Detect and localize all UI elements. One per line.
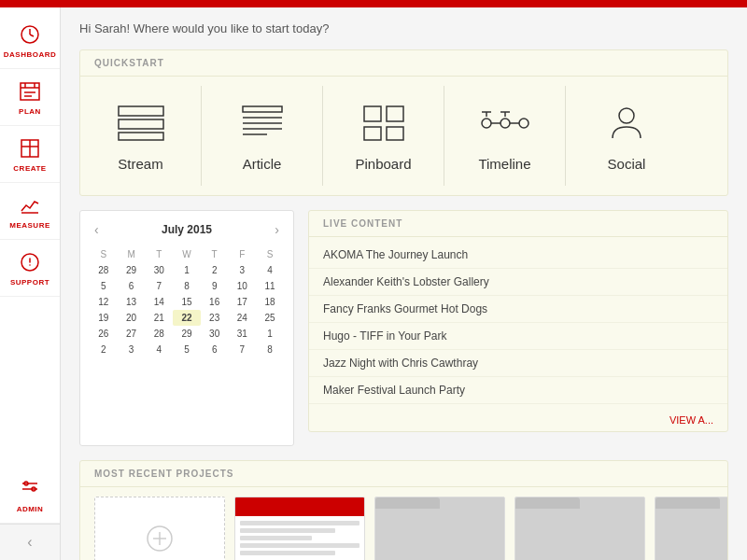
calendar-day-cell[interactable]: 31	[229, 326, 257, 342]
stream-label: Stream	[118, 156, 162, 172]
calendar-day-cell[interactable]: 13	[118, 294, 146, 310]
svg-point-36	[619, 108, 634, 123]
sidebar: DASHBOARD PLAN	[0, 7, 61, 560]
sidebar-item-plan[interactable]: PLAN	[0, 69, 60, 126]
project-thumb-3[interactable]	[514, 497, 645, 560]
greeting-name: Hi Sarah!	[79, 21, 130, 35]
calendar-day-cell[interactable]: 25	[256, 310, 284, 326]
pinboard-label: Pinboard	[355, 156, 411, 172]
svg-rect-16	[119, 119, 163, 129]
sidebar-item-support[interactable]: SUPPORT	[0, 240, 60, 297]
quickstart-item-article[interactable]: Article	[202, 86, 323, 186]
cal-day-t1: T	[145, 246, 173, 262]
calendar-days-row: S M T W T F S	[90, 246, 284, 262]
calendar-day-cell[interactable]: 18	[256, 294, 284, 310]
calendar-day-cell[interactable]: 6	[118, 278, 146, 294]
calendar-day-cell[interactable]: 10	[229, 278, 257, 294]
quickstart-item-pinboard[interactable]: Pinboard	[323, 86, 444, 186]
calendar-day-cell[interactable]: 1	[173, 262, 201, 278]
calendar-day-cell[interactable]: 17	[229, 294, 257, 310]
svg-point-12	[29, 264, 31, 266]
calendar-day-cell[interactable]: 1	[256, 326, 284, 342]
calendar-day-cell[interactable]: 29	[173, 326, 201, 342]
project-thumb-4[interactable]	[655, 497, 727, 560]
calendar-prev-button[interactable]: ‹	[90, 220, 104, 239]
view-all-button[interactable]: VIEW A...	[309, 409, 727, 431]
calendar-day-cell[interactable]: 30	[145, 262, 173, 278]
calendar-day-cell[interactable]: 4	[145, 342, 173, 357]
calendar-day-cell[interactable]: 7	[145, 278, 173, 294]
live-content-item[interactable]: Maker Festival Launch Party	[309, 377, 727, 404]
calendar-day-cell[interactable]: 15	[173, 294, 201, 310]
dashboard-icon	[17, 21, 43, 48]
live-content-item[interactable]: Alexander Keith's Lobster Gallery	[309, 269, 727, 296]
calendar-grid: S M T W T F S 28293012345678910111213141…	[90, 246, 284, 357]
sidebar-arrow-icon: ‹	[27, 534, 32, 551]
project-bar-5	[240, 551, 335, 555]
calendar-month-label: July 2015	[162, 223, 212, 236]
quickstart-item-timeline[interactable]: Timeline	[444, 86, 566, 186]
calendar-day-cell[interactable]: 28	[90, 262, 118, 278]
plan-icon	[17, 78, 43, 105]
article-label: Article	[243, 156, 282, 172]
measure-icon	[17, 192, 43, 218]
quickstart-section: QUICKSTART Stream	[79, 49, 728, 196]
live-content-item[interactable]: Fancy Franks Gourmet Hot Dogs	[309, 296, 727, 323]
calendar-header: ‹ July 2015 ›	[90, 220, 284, 239]
calendar-day-cell[interactable]: 26	[90, 326, 118, 342]
calendar-day-cell[interactable]: 14	[145, 294, 173, 310]
calendar-day-cell[interactable]: 19	[90, 310, 118, 326]
calendar-day-cell[interactable]: 29	[118, 262, 146, 278]
calendar-day-cell[interactable]: 22	[173, 310, 201, 326]
project-thumb-2[interactable]	[374, 497, 505, 560]
svg-rect-23	[364, 106, 381, 121]
calendar-week-row: 2627282930311	[90, 326, 284, 342]
calendar-day-cell[interactable]: 8	[256, 342, 284, 357]
calendar-day-cell[interactable]: 21	[145, 310, 173, 326]
quickstart-item-stream[interactable]: Stream	[80, 86, 202, 186]
live-content-item[interactable]: Jazz Night with Chris Cawthray	[309, 350, 727, 377]
new-project-thumb[interactable]	[94, 497, 225, 560]
quickstart-item-social[interactable]: Social	[566, 86, 687, 186]
calendar: ‹ July 2015 › S M T W T F S	[79, 210, 294, 446]
sidebar-item-admin[interactable]: ADMIN	[0, 467, 60, 524]
calendar-day-cell[interactable]: 12	[90, 294, 118, 310]
calendar-day-cell[interactable]: 8	[173, 278, 201, 294]
live-content-item[interactable]: Hugo - TIFF in Your Park	[309, 323, 727, 350]
create-icon	[17, 135, 43, 161]
cal-day-s2: S	[256, 246, 284, 262]
cal-day-t2: T	[201, 246, 229, 262]
calendar-next-button[interactable]: ›	[270, 220, 284, 239]
calendar-day-cell[interactable]: 7	[229, 342, 257, 357]
calendar-day-cell[interactable]: 16	[201, 294, 229, 310]
project-thumb-1[interactable]	[234, 497, 365, 560]
calendar-body: 2829301234567891011121314151617181920212…	[90, 262, 284, 357]
greeting-text: Where would you like to start today?	[134, 21, 330, 35]
calendar-day-cell[interactable]: 24	[229, 310, 257, 326]
project-bar-4	[240, 543, 359, 548]
calendar-day-cell[interactable]: 28	[145, 326, 173, 342]
calendar-day-cell[interactable]: 4	[256, 262, 284, 278]
calendar-day-cell[interactable]: 30	[201, 326, 229, 342]
calendar-day-cell[interactable]: 6	[201, 342, 229, 357]
sidebar-item-create[interactable]: CREATE	[0, 126, 60, 183]
calendar-day-cell[interactable]: 23	[201, 310, 229, 326]
admin-icon	[17, 476, 43, 502]
calendar-day-cell[interactable]: 5	[90, 278, 118, 294]
sidebar-collapse-button[interactable]: ‹	[0, 524, 60, 560]
calendar-day-cell[interactable]: 2	[90, 342, 118, 357]
calendar-day-cell[interactable]: 3	[229, 262, 257, 278]
svg-point-27	[482, 119, 491, 128]
calendar-day-cell[interactable]: 2	[201, 262, 229, 278]
sidebar-item-measure[interactable]: MEASURE	[0, 183, 60, 240]
live-content-item[interactable]: AKOMA The Journey Launch	[309, 242, 727, 269]
calendar-day-cell[interactable]: 9	[201, 278, 229, 294]
svg-point-29	[519, 119, 529, 128]
sidebar-bottom: ADMIN ‹	[0, 467, 60, 560]
calendar-day-cell[interactable]: 11	[256, 278, 284, 294]
calendar-day-cell[interactable]: 20	[118, 310, 146, 326]
calendar-day-cell[interactable]: 27	[118, 326, 146, 342]
sidebar-item-dashboard[interactable]: DASHBOARD	[0, 12, 60, 69]
calendar-day-cell[interactable]: 3	[118, 342, 146, 357]
calendar-day-cell[interactable]: 5	[173, 342, 201, 357]
